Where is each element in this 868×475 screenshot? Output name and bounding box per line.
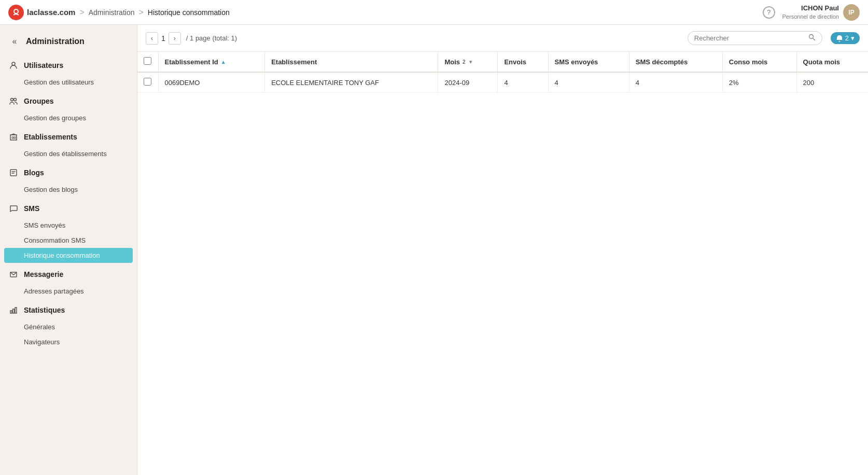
row-checkbox-cell: [137, 72, 158, 93]
user-name: ICHON Paul: [782, 4, 839, 13]
search-icon: [808, 34, 816, 43]
table-header: Etablissement Id ▲ Etablissement Mois 2: [137, 52, 868, 72]
notification-button[interactable]: 2 ▾: [831, 32, 860, 44]
building-icon: [8, 132, 19, 142]
mail-icon: [8, 269, 19, 280]
sidebar-title: Administration: [26, 37, 85, 46]
sidebar-item-historique-consommation[interactable]: Historique consommation: [4, 248, 133, 263]
sidebar-collapse-button[interactable]: «: [8, 35, 21, 48]
col-label-mois: Mois: [444, 58, 460, 66]
help-button[interactable]: ?: [763, 6, 775, 19]
sidebar-section-header-blogs[interactable]: Blogs: [0, 163, 137, 182]
svg-rect-9: [10, 311, 12, 313]
column-sms-envoyes[interactable]: SMS envoyés: [548, 52, 629, 72]
sidebar-item-gestion-groupes[interactable]: Gestion des groupes: [0, 110, 137, 125]
svg-point-1: [12, 62, 15, 65]
column-sms-decomptes[interactable]: SMS décomptés: [629, 52, 722, 72]
sidebar-section-messagerie: Messagerie Adresses partagées: [0, 265, 137, 299]
row-quota-mois: 200: [796, 72, 868, 93]
svg-rect-6: [14, 137, 16, 138]
sidebar-section-blogs: Blogs Gestion des blogs: [0, 163, 137, 197]
layout: « Administration Utilisateurs Gestion de…: [0, 25, 868, 475]
sidebar-item-gestion-utilisateurs[interactable]: Gestion des utilisateurs: [0, 75, 137, 90]
groups-icon: [8, 96, 19, 106]
svg-point-3: [14, 99, 17, 101]
sidebar-item-gestion-etablissements[interactable]: Gestion des établissements: [0, 146, 137, 161]
logo[interactable]: laclasse.com: [8, 5, 75, 20]
sidebar-section-statistiques: Statistiques Générales Navigateurs: [0, 301, 137, 350]
sidebar-item-adresses-partagees[interactable]: Adresses partagées: [0, 284, 137, 299]
next-page-button[interactable]: ›: [169, 32, 181, 45]
svg-point-0: [14, 9, 18, 13]
col-label-etablissement-id: Etablissement Id: [165, 58, 218, 66]
table-row: 0069DEMO ECOLE ELEMENTAIRE TONY GAF 2024…: [137, 72, 868, 93]
search-container: [688, 31, 822, 45]
stats-icon: [8, 305, 19, 315]
column-quota-mois[interactable]: Quota mois: [796, 52, 868, 72]
sort-icon-mois: ▼: [468, 59, 473, 65]
breadcrumb-current: Historique consommation: [148, 8, 230, 17]
sidebar: « Administration Utilisateurs Gestion de…: [0, 25, 137, 475]
user-info: ICHON Paul Personnel de direction IP: [782, 4, 860, 21]
sidebar-section-header-statistiques[interactable]: Statistiques: [0, 301, 137, 319]
column-etablissement[interactable]: Etablissement: [265, 52, 438, 72]
sidebar-label-groupes: Groupes: [24, 97, 54, 105]
sidebar-section-header-messagerie[interactable]: Messagerie: [0, 265, 137, 284]
svg-point-2: [11, 99, 13, 101]
sidebar-label-utilisateurs: Utilisateurs: [24, 61, 63, 69]
sidebar-header: « Administration: [0, 31, 137, 56]
sidebar-item-sms-envoyes[interactable]: SMS envoyés: [0, 218, 137, 233]
sidebar-section-header-etablissements[interactable]: Etablissements: [0, 128, 137, 146]
row-checkbox[interactable]: [144, 78, 151, 86]
col-label-sms-decomptes: SMS décomptés: [636, 58, 688, 66]
column-envois[interactable]: Envois: [498, 52, 548, 72]
row-sms-decomptes: 4: [629, 72, 722, 93]
notification-count: 2: [845, 34, 849, 42]
user-text: ICHON Paul Personnel de direction: [782, 4, 839, 20]
avatar[interactable]: IP: [843, 4, 860, 21]
logo-icon: [8, 5, 24, 20]
sidebar-section-header-sms[interactable]: SMS: [0, 199, 137, 218]
row-envois: 4: [498, 72, 548, 93]
search-input[interactable]: [694, 34, 806, 42]
row-conso-mois: 2%: [722, 72, 796, 93]
sidebar-item-consommation-sms[interactable]: Consommation SMS: [0, 233, 137, 248]
blog-icon: [8, 167, 19, 178]
toolbar: ‹ 1 › / 1 page (total: 1): [137, 25, 868, 52]
column-etablissement-id[interactable]: Etablissement Id ▲: [158, 52, 265, 72]
topnav-right: ? ICHON Paul Personnel de direction IP: [763, 4, 860, 21]
sidebar-item-navigateurs[interactable]: Navigateurs: [0, 334, 137, 350]
pagination: ‹ 1 › / 1 page (total: 1): [146, 32, 237, 45]
sidebar-section-utilisateurs: Utilisateurs Gestion des utilisateurs: [0, 56, 137, 90]
main-content: ‹ 1 › / 1 page (total: 1): [137, 25, 868, 475]
sort-num-mois: 2: [463, 59, 466, 65]
svg-rect-5: [12, 137, 13, 138]
breadcrumb-administration[interactable]: Administration: [89, 8, 135, 17]
sidebar-section-header-utilisateurs[interactable]: Utilisateurs: [0, 56, 137, 75]
sidebar-label-sms: SMS: [24, 204, 39, 213]
select-all-checkbox[interactable]: [144, 57, 151, 65]
sort-icon-etablissement-id: ▲: [221, 59, 226, 65]
sms-icon: [8, 203, 19, 214]
sidebar-section-etablissements: Etablissements Gestion des établissement…: [0, 128, 137, 161]
sidebar-section-groupes: Groupes Gestion des groupes: [0, 92, 137, 125]
column-conso-mois[interactable]: Conso mois: [722, 52, 796, 72]
sidebar-section-header-groupes[interactable]: Groupes: [0, 92, 137, 110]
col-label-quota-mois: Quota mois: [803, 58, 841, 66]
top-navigation: laclasse.com > Administration > Historiq…: [0, 0, 868, 25]
row-etablissement: ECOLE ELEMENTAIRE TONY GAF: [265, 72, 438, 93]
column-mois[interactable]: Mois 2 ▼: [438, 52, 498, 72]
user-role: Personnel de direction: [782, 13, 839, 20]
sidebar-item-gestion-blogs[interactable]: Gestion des blogs: [0, 182, 137, 197]
row-sms-envoyes: 4: [548, 72, 629, 93]
prev-page-button[interactable]: ‹: [146, 32, 158, 45]
sidebar-label-messagerie: Messagerie: [24, 270, 63, 278]
row-etablissement-id: 0069DEMO: [158, 72, 265, 93]
sidebar-label-blogs: Blogs: [24, 169, 44, 177]
svg-rect-7: [10, 170, 17, 176]
svg-rect-11: [15, 308, 17, 313]
column-checkbox: [137, 52, 158, 72]
page-info: / 1 page (total: 1): [186, 34, 237, 42]
breadcrumb-sep-2: >: [138, 8, 143, 17]
sidebar-item-generales[interactable]: Générales: [0, 319, 137, 334]
